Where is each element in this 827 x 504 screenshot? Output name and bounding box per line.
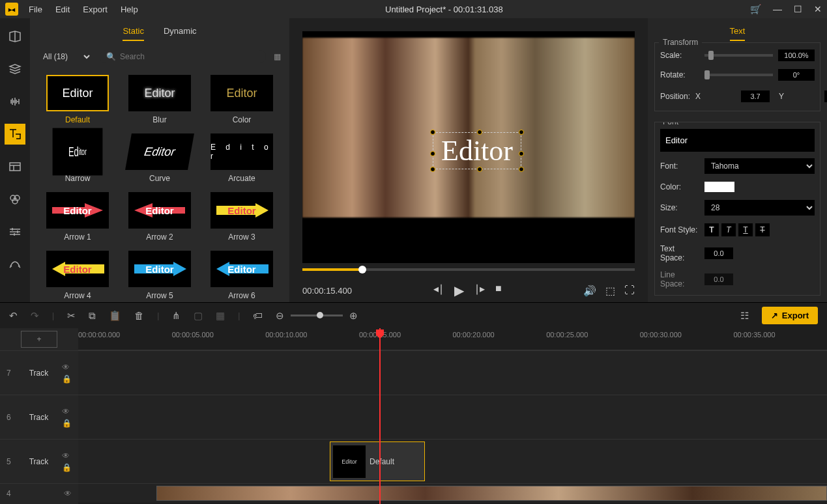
cart-icon[interactable]: 🛒 bbox=[750, 4, 761, 14]
timeline-ruler[interactable]: 00:00:00.000 00:00:05.000 00:00:10.000 0… bbox=[78, 328, 827, 350]
search-icon: 🔍 bbox=[106, 52, 116, 61]
volume-icon[interactable]: 🔊 bbox=[583, 285, 596, 297]
sidebar-layers[interactable] bbox=[5, 59, 25, 79]
color-swatch[interactable] bbox=[704, 182, 734, 192]
menu-export[interactable]: Export bbox=[83, 5, 108, 14]
rotate-slider[interactable] bbox=[704, 74, 773, 76]
stop-button[interactable]: ■ bbox=[495, 283, 502, 298]
svg-rect-0 bbox=[10, 163, 20, 171]
redo-button[interactable]: ↷ bbox=[31, 310, 39, 322]
sidebar-media[interactable] bbox=[5, 26, 25, 47]
add-track-button[interactable]: + bbox=[21, 331, 57, 348]
tab-dynamic[interactable]: Dynamic bbox=[164, 26, 197, 41]
text-content-input[interactable] bbox=[660, 129, 815, 152]
delete-button[interactable]: 🗑 bbox=[134, 310, 144, 321]
text-space-value[interactable] bbox=[704, 247, 733, 259]
preset-arrow-6[interactable]: EditorArrow 6 bbox=[205, 251, 279, 300]
line-space-value[interactable] bbox=[704, 273, 733, 285]
zoom-in-button[interactable]: ⊕ bbox=[349, 310, 358, 322]
lock-icon[interactable]: 🔒 bbox=[62, 419, 72, 428]
track-head-5[interactable]: 5 Track 👁🔒 bbox=[0, 439, 78, 483]
track-head-7[interactable]: 7 Track 👁🔒 bbox=[0, 350, 78, 395]
prev-frame-button[interactable]: ◂∣ bbox=[433, 283, 444, 298]
x-value[interactable] bbox=[741, 91, 770, 102]
text-overlay[interactable]: Editor bbox=[433, 132, 521, 169]
preset-arcuate[interactable]: E d i t o rArcuate bbox=[205, 133, 279, 183]
copy-button[interactable]: ⧉ bbox=[89, 310, 96, 322]
y-value[interactable] bbox=[824, 91, 827, 102]
menu-edit[interactable]: Edit bbox=[55, 5, 70, 14]
preset-default[interactable]: EditorDefault bbox=[40, 75, 115, 124]
preset-arrow-2[interactable]: EditorArrow 2 bbox=[123, 192, 197, 242]
next-frame-button[interactable]: ∣▸ bbox=[474, 283, 485, 298]
preset-arrow-3[interactable]: EditorArrow 3 bbox=[205, 192, 279, 242]
crop-button[interactable]: ▢ bbox=[194, 310, 203, 322]
track-6[interactable] bbox=[78, 395, 827, 439]
eye-icon[interactable]: 👁 bbox=[62, 451, 72, 460]
maximize-button[interactable]: ☐ bbox=[794, 4, 802, 14]
marker-button[interactable]: 🏷 bbox=[253, 310, 263, 321]
clip-name: Default bbox=[370, 457, 394, 466]
sidebar-filters[interactable] bbox=[5, 189, 25, 210]
preset-arrow-1[interactable]: EditorArrow 1 bbox=[40, 192, 115, 242]
track-5[interactable]: Editor Default bbox=[78, 439, 827, 483]
lock-icon[interactable]: 🔒 bbox=[62, 374, 72, 384]
scale-value[interactable] bbox=[778, 49, 815, 61]
settings-icon[interactable]: ☷ bbox=[740, 310, 749, 322]
track-4[interactable] bbox=[78, 483, 827, 503]
app-logo: ▸◂ bbox=[5, 3, 18, 16]
strike-button[interactable]: T bbox=[755, 223, 770, 236]
video-clip[interactable] bbox=[156, 486, 827, 501]
scale-slider[interactable] bbox=[704, 54, 773, 57]
track-7[interactable] bbox=[78, 350, 827, 395]
size-dropdown[interactable]: 28 bbox=[704, 200, 815, 216]
search-box[interactable]: 🔍 bbox=[100, 50, 266, 63]
sidebar-transitions[interactable] bbox=[5, 254, 25, 275]
menu-help[interactable]: Help bbox=[121, 5, 138, 14]
tab-static[interactable]: Static bbox=[123, 26, 144, 41]
eye-icon[interactable]: 👁 bbox=[62, 407, 72, 416]
preset-narrow[interactable]: EditorNarrow bbox=[40, 133, 115, 183]
fullscreen-icon[interactable]: ⛶ bbox=[624, 285, 635, 297]
category-dropdown[interactable]: All (18) bbox=[36, 49, 92, 64]
paste-button[interactable]: 📋 bbox=[109, 310, 121, 322]
track-head-4[interactable]: 4 👁 bbox=[0, 483, 78, 503]
sidebar-audio[interactable] bbox=[5, 91, 25, 112]
preset-blur[interactable]: EditorBlur bbox=[123, 75, 197, 124]
italic-button[interactable]: T bbox=[721, 223, 736, 236]
search-input[interactable] bbox=[120, 52, 259, 61]
playhead[interactable] bbox=[379, 328, 381, 504]
zoom-out-button[interactable]: ⊖ bbox=[276, 310, 284, 322]
text-clip-default[interactable]: Editor Default bbox=[330, 441, 425, 481]
menu-file[interactable]: File bbox=[29, 5, 42, 14]
preview-canvas[interactable]: Editor bbox=[302, 31, 635, 263]
bold-button[interactable]: T bbox=[704, 223, 719, 236]
preset-color[interactable]: EditorColor bbox=[205, 75, 279, 124]
sidebar-text[interactable] bbox=[5, 124, 25, 145]
play-button[interactable]: ▶ bbox=[454, 283, 464, 298]
export-button[interactable]: ↗ Export bbox=[762, 307, 818, 324]
split-button[interactable]: ⋔ bbox=[172, 310, 181, 322]
font-dropdown[interactable]: Tahoma bbox=[704, 158, 815, 174]
seek-bar[interactable] bbox=[302, 268, 635, 271]
cut-button[interactable]: ✂ bbox=[67, 310, 76, 322]
minimize-button[interactable]: — bbox=[773, 4, 782, 14]
preset-arrow-4[interactable]: EditorArrow 4 bbox=[40, 251, 115, 300]
eye-icon[interactable]: 👁 bbox=[62, 363, 72, 372]
right-tab-text[interactable]: Text bbox=[730, 26, 746, 41]
underline-button[interactable]: T bbox=[738, 223, 753, 236]
group-button[interactable]: ▦ bbox=[216, 310, 225, 322]
zoom-slider[interactable] bbox=[291, 315, 343, 316]
sidebar-templates[interactable] bbox=[5, 156, 25, 177]
close-button[interactable]: ✕ bbox=[814, 4, 822, 14]
undo-button[interactable]: ↶ bbox=[9, 310, 18, 322]
rotate-value[interactable] bbox=[778, 69, 815, 81]
track-head-6[interactable]: 6 Track 👁🔒 bbox=[0, 395, 78, 439]
sidebar-adjust[interactable] bbox=[5, 221, 25, 242]
lock-icon[interactable]: 🔒 bbox=[62, 463, 72, 472]
preset-arrow-5[interactable]: EditorArrow 5 bbox=[123, 251, 197, 300]
eye-icon[interactable]: 👁 bbox=[64, 489, 72, 498]
grid-view-icon[interactable]: ▦ bbox=[274, 52, 283, 61]
snapshot-icon[interactable]: ⬚ bbox=[605, 285, 615, 297]
preset-curve[interactable]: EditorCurve bbox=[123, 133, 197, 183]
